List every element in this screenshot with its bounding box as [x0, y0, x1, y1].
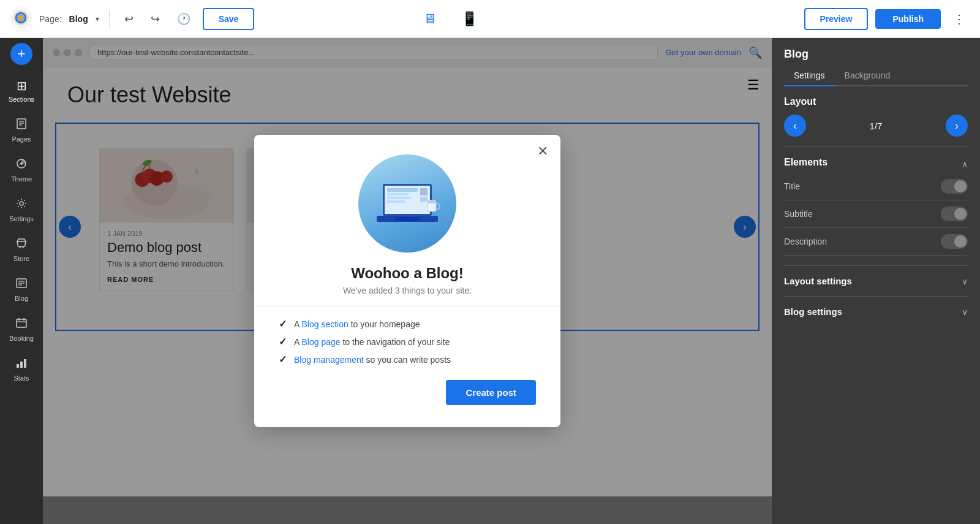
svg-rect-37	[387, 200, 405, 203]
title-toggle[interactable]	[941, 179, 968, 194]
layout-settings-section[interactable]: Layout settings ∨	[772, 266, 980, 296]
subtitle-toggle[interactable]	[941, 207, 968, 221]
undo-button[interactable]: ↩	[119, 10, 138, 28]
stats-icon	[15, 357, 28, 372]
store-icon	[15, 237, 28, 253]
elements-section: Elements ∧ Title Subtitle Description	[772, 147, 980, 265]
sidebar-item-store[interactable]: Store	[0, 231, 43, 268]
desktop-view-button[interactable]: 🖥	[418, 9, 442, 29]
svg-rect-41	[395, 217, 420, 221]
blog-icon	[15, 277, 28, 292]
sections-icon: ⊞	[17, 78, 27, 93]
layout-prev-button[interactable]: ‹	[784, 115, 806, 137]
layout-control: ‹ 1/7 ›	[784, 115, 968, 137]
blog-link-2[interactable]: Blog page	[301, 337, 340, 347]
mobile-view-button[interactable]: 📱	[456, 9, 483, 29]
save-button[interactable]: Save	[203, 8, 255, 30]
layout-next-button[interactable]: ›	[946, 115, 968, 137]
history-button[interactable]: 🕐	[172, 10, 195, 28]
svg-rect-43	[428, 201, 435, 203]
sidebar-item-stats[interactable]: Stats	[0, 351, 43, 388]
panel-title: Blog	[772, 38, 980, 66]
layout-settings-chevron-icon: ∨	[962, 276, 968, 286]
device-switcher: 🖥 📱	[418, 9, 483, 29]
page-dropdown-icon[interactable]: ▾	[96, 15, 99, 23]
sidebar-item-settings[interactable]: Settings	[0, 191, 43, 229]
add-section-button[interactable]: +	[10, 43, 32, 65]
svg-point-7	[20, 162, 23, 165]
svg-rect-38	[420, 188, 428, 196]
right-panel: Blog Settings Background Layout ‹ 1/7 › …	[772, 38, 980, 524]
sidebar-item-pages[interactable]: Pages	[0, 112, 43, 149]
page-label: Page:	[39, 14, 62, 24]
laptop-circle	[358, 154, 456, 253]
booking-icon	[15, 317, 28, 332]
title-toggle-knob	[954, 180, 967, 192]
sidebar-item-blog[interactable]: Blog	[0, 271, 43, 308]
blog-settings-chevron-icon: ∨	[962, 307, 968, 317]
svg-point-1	[18, 15, 23, 20]
modal-title: Woohoo a Blog!	[279, 265, 536, 282]
create-post-button[interactable]: Create post	[446, 380, 536, 405]
publish-button[interactable]: Publish	[875, 9, 941, 29]
sidebar-item-sections[interactable]: ⊞ Sections	[0, 72, 43, 109]
theme-label: Theme	[11, 175, 32, 183]
blog-settings-section[interactable]: Blog settings ∨	[772, 297, 980, 327]
more-options-button[interactable]: ⋮	[948, 9, 970, 29]
element-title-label: Title	[784, 181, 800, 191]
tab-background[interactable]: Background	[835, 66, 900, 86]
preview-button[interactable]: Preview	[804, 8, 869, 30]
checklist-text-2: A Blog page to the navigation of your si…	[294, 337, 450, 347]
element-row-description: Description	[784, 228, 968, 256]
svg-point-9	[19, 247, 20, 248]
element-subtitle-label: Subtitle	[784, 209, 813, 219]
store-label: Store	[13, 255, 29, 262]
booking-label: Booking	[9, 335, 34, 342]
sidebar-item-theme[interactable]: Theme	[0, 151, 43, 189]
checklist-item-1: ✓ A Blog section to your homepage	[279, 318, 536, 330]
svg-rect-34	[387, 188, 418, 192]
elements-title: Elements	[784, 157, 827, 168]
modal-divider	[254, 306, 560, 307]
theme-icon	[15, 158, 28, 173]
svg-rect-35	[387, 193, 409, 196]
checklist-text-1: A Blog section to your homepage	[294, 319, 420, 329]
left-sidebar: + ⊞ Sections Pages Theme Settings	[0, 38, 43, 524]
svg-rect-39	[420, 197, 428, 202]
modal-overlay[interactable]: ✕	[43, 38, 772, 524]
elements-chevron-icon[interactable]: ∧	[962, 159, 968, 169]
page-name: Blog	[69, 14, 88, 24]
sections-label: Sections	[9, 96, 34, 103]
svg-point-10	[22, 247, 23, 248]
element-description-label: Description	[784, 237, 827, 246]
blog-management-link[interactable]: Blog management	[294, 355, 364, 365]
pages-icon	[15, 118, 28, 133]
svg-rect-15	[17, 319, 26, 327]
svg-rect-21	[24, 359, 26, 368]
stats-label: Stats	[13, 374, 29, 382]
blog-settings-title: Blog settings	[784, 306, 842, 317]
blog-link-1[interactable]: Blog section	[301, 319, 348, 329]
checklist-item-3: ✓ Blog management so you can write posts	[279, 354, 536, 365]
element-row-subtitle: Subtitle	[784, 200, 968, 228]
modal-close-button[interactable]: ✕	[537, 145, 548, 158]
svg-rect-2	[17, 119, 26, 129]
toolbar-right: Preview Publish ⋮	[804, 8, 971, 30]
layout-section: Layout ‹ 1/7 ›	[772, 86, 980, 146]
check-icon-1: ✓	[279, 318, 287, 330]
redo-button[interactable]: ↪	[146, 10, 165, 28]
subtitle-toggle-knob	[954, 208, 967, 220]
modal-dialog: ✕	[254, 135, 560, 427]
sep-1	[109, 10, 110, 28]
layout-counter: 1/7	[870, 121, 883, 131]
layout-title: Layout	[784, 96, 968, 107]
settings-icon	[15, 197, 28, 213]
modal-illustration	[279, 154, 536, 253]
sidebar-item-booking[interactable]: Booking	[0, 311, 43, 348]
description-toggle[interactable]	[941, 234, 968, 249]
check-icon-3: ✓	[279, 354, 287, 365]
checklist-item-2: ✓ A Blog page to the navigation of your …	[279, 336, 536, 347]
element-row-title: Title	[784, 173, 968, 200]
app-logo	[10, 7, 32, 31]
tab-settings[interactable]: Settings	[784, 66, 835, 86]
